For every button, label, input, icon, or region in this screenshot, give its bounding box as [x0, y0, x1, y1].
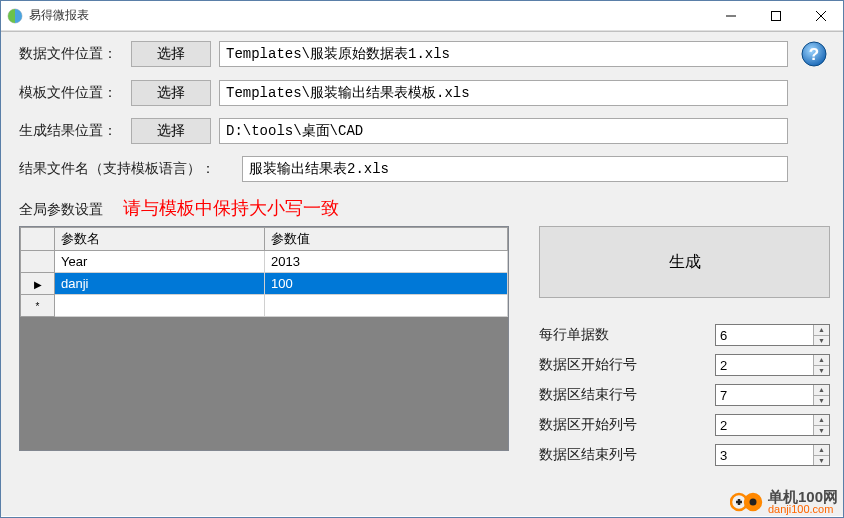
spinner-control[interactable]: ▲▼: [715, 414, 830, 436]
spinner-up-icon[interactable]: ▲: [814, 415, 829, 426]
hint-text: 请与模板中保持大小写一致: [123, 196, 339, 220]
table-row[interactable]: ▶danji100: [21, 273, 508, 295]
col-header-name[interactable]: 参数名: [55, 228, 265, 251]
spinner-up-icon[interactable]: ▲: [814, 325, 829, 336]
spinner-up-icon[interactable]: ▲: [814, 445, 829, 456]
spinner-label: 每行单据数: [539, 326, 709, 344]
data-file-row: 数据文件位置： 选择 ?: [1, 32, 843, 72]
table-corner: [21, 228, 55, 251]
params-table-container: 参数名 参数值 Year2013▶danji100*: [19, 226, 509, 451]
spinner-up-icon[interactable]: ▲: [814, 385, 829, 396]
spinner-row: 每行单据数▲▼: [539, 324, 830, 346]
lower-area: 参数名 参数值 Year2013▶danji100* 生成 每行单据数▲▼数据区…: [1, 226, 843, 484]
spinner-label: 数据区开始列号: [539, 416, 709, 434]
content-area: 数据文件位置： 选择 ? 模板文件位置： 选择 生成结果位置： 选择: [1, 31, 843, 516]
result-filename-row: 结果文件名（支持模板语言）：: [1, 148, 843, 186]
left-panel: 参数名 参数值 Year2013▶danji100*: [19, 226, 509, 474]
spinner-down-icon[interactable]: ▼: [814, 456, 829, 466]
template-file-input[interactable]: [219, 80, 788, 106]
app-icon: [7, 8, 23, 24]
svg-text:?: ?: [809, 45, 819, 64]
spinner-row: 数据区开始行号▲▼: [539, 354, 830, 376]
spinner-down-icon[interactable]: ▼: [814, 396, 829, 406]
row-marker: ▶: [21, 273, 55, 295]
template-file-label: 模板文件位置：: [19, 84, 123, 102]
maximize-button[interactable]: [753, 1, 798, 30]
section-header: 全局参数设置 请与模板中保持大小写一致: [1, 186, 843, 226]
watermark-logo-icon: [730, 491, 764, 513]
spinner-input[interactable]: [716, 385, 813, 405]
row-marker: *: [21, 295, 55, 317]
right-panel: 生成 每行单据数▲▼数据区开始行号▲▼数据区结束行号▲▼数据区开始列号▲▼数据区…: [539, 226, 830, 474]
spinner-row: 数据区结束行号▲▼: [539, 384, 830, 406]
template-file-choose-button[interactable]: 选择: [131, 80, 211, 106]
param-value-cell[interactable]: [265, 295, 508, 317]
data-file-choose-button[interactable]: 选择: [131, 41, 211, 67]
param-value-cell[interactable]: 2013: [265, 251, 508, 273]
spinner-down-icon[interactable]: ▼: [814, 336, 829, 346]
row-marker: [21, 251, 55, 273]
help-icon[interactable]: ?: [800, 40, 828, 68]
spinner-input[interactable]: [716, 415, 813, 435]
params-table[interactable]: 参数名 参数值 Year2013▶danji100*: [20, 227, 508, 317]
template-file-row: 模板文件位置： 选择: [1, 72, 843, 110]
result-location-label: 生成结果位置：: [19, 122, 123, 140]
spinner-up-icon[interactable]: ▲: [814, 355, 829, 366]
param-value-cell[interactable]: 100: [265, 273, 508, 295]
data-file-input[interactable]: [219, 41, 788, 67]
result-location-row: 生成结果位置： 选择: [1, 110, 843, 148]
spinner-control[interactable]: ▲▼: [715, 324, 830, 346]
param-name-cell[interactable]: [55, 295, 265, 317]
watermark: 单机100网 danji100.com: [730, 489, 838, 516]
spinner-label: 数据区结束行号: [539, 386, 709, 404]
titlebar: 易得微报表: [1, 1, 843, 31]
window-controls: [708, 1, 843, 30]
svg-point-9: [749, 499, 756, 506]
result-location-input[interactable]: [219, 118, 788, 144]
data-file-label: 数据文件位置：: [19, 45, 123, 63]
spinner-row: 数据区结束列号▲▼: [539, 444, 830, 466]
spinner-control[interactable]: ▲▼: [715, 444, 830, 466]
spinner-label: 数据区结束列号: [539, 446, 709, 464]
table-row[interactable]: *: [21, 295, 508, 317]
spinner-down-icon[interactable]: ▼: [814, 366, 829, 376]
spinner-control[interactable]: ▲▼: [715, 354, 830, 376]
spinner-row: 数据区开始列号▲▼: [539, 414, 830, 436]
generate-button[interactable]: 生成: [539, 226, 830, 298]
global-params-label: 全局参数设置: [19, 201, 103, 219]
spinner-control[interactable]: ▲▼: [715, 384, 830, 406]
param-name-cell[interactable]: danji: [55, 273, 265, 295]
result-filename-label: 结果文件名（支持模板语言）：: [19, 160, 234, 178]
result-filename-input[interactable]: [242, 156, 788, 182]
svg-rect-2: [771, 11, 780, 20]
close-button[interactable]: [798, 1, 843, 30]
spinner-input[interactable]: [716, 445, 813, 465]
watermark-text: 单机100网: [768, 489, 838, 505]
watermark-url: danji100.com: [768, 504, 838, 516]
result-location-choose-button[interactable]: 选择: [131, 118, 211, 144]
spinner-input[interactable]: [716, 355, 813, 375]
param-name-cell[interactable]: Year: [55, 251, 265, 273]
spinner-input[interactable]: [716, 325, 813, 345]
spinner-label: 数据区开始行号: [539, 356, 709, 374]
spinner-down-icon[interactable]: ▼: [814, 426, 829, 436]
window-title: 易得微报表: [29, 7, 89, 24]
minimize-button[interactable]: [708, 1, 753, 30]
table-row[interactable]: Year2013: [21, 251, 508, 273]
col-header-value[interactable]: 参数值: [265, 228, 508, 251]
